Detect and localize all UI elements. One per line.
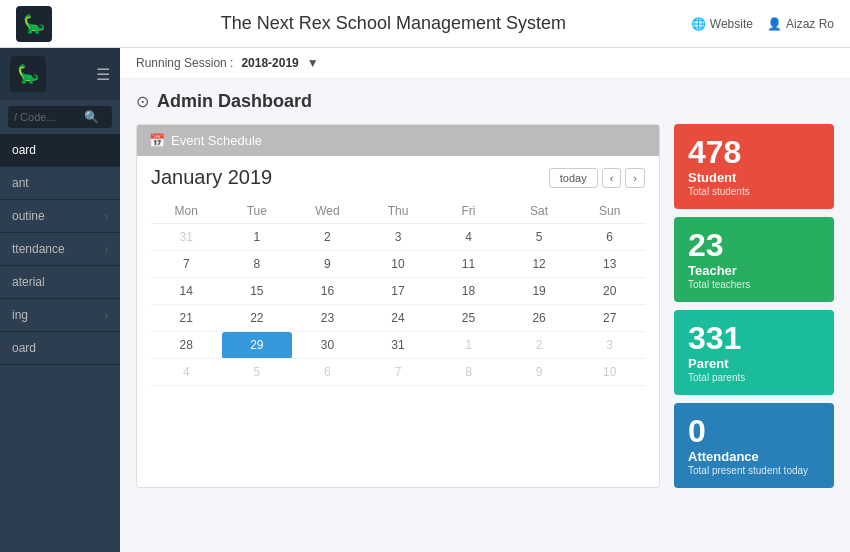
sidebar-search-input[interactable] [14, 111, 84, 123]
stat-card-number: 478 [688, 136, 820, 168]
calendar-day-cell[interactable]: 5 [504, 224, 575, 251]
sidebar-item-ing[interactable]: ing › [0, 299, 120, 332]
calendar-day-cell[interactable]: 22 [222, 305, 293, 332]
calendar-day-cell[interactable]: 28 [151, 332, 222, 359]
content-inner: ⊙ Admin Dashboard 📅 Event Schedule Janua… [120, 79, 850, 552]
calendar-day-cell[interactable]: 6 [292, 359, 363, 386]
calendar-day-cell[interactable]: 25 [433, 305, 504, 332]
sidebar-item-board[interactable]: oard [0, 332, 120, 365]
calendar-day-cell[interactable]: 20 [574, 278, 645, 305]
stat-card-teacher: 23TeacherTotal teachers [674, 217, 834, 302]
calendar-day-cell[interactable]: 6 [574, 224, 645, 251]
user-name: Aizaz Ro [786, 17, 834, 31]
sidebar-item-routine[interactable]: outine › [0, 200, 120, 233]
search-icon: 🔍 [84, 110, 99, 124]
calendar-day-cell[interactable]: 5 [222, 359, 293, 386]
chevron-right-icon: › [105, 211, 108, 222]
calendar-day-cell[interactable]: 13 [574, 251, 645, 278]
calendar-day-cell[interactable]: 10 [363, 251, 434, 278]
stat-card-number: 331 [688, 322, 820, 354]
calendar-day-cell[interactable]: 12 [504, 251, 575, 278]
calendar-day-cell[interactable]: 26 [504, 305, 575, 332]
calendar-day-cell[interactable]: 2 [292, 224, 363, 251]
calendar-header-label: Event Schedule [171, 133, 262, 148]
calendar-icon: 📅 [149, 133, 165, 148]
user-menu[interactable]: 👤 Aizaz Ro [767, 17, 834, 31]
calendar-day-cell[interactable]: 31 [363, 332, 434, 359]
calendar-weekday: Sun [574, 199, 645, 224]
calendar-table: MonTueWedThuFriSatSun 311234567891011121… [151, 199, 645, 386]
calendar-prev-button[interactable]: ‹ [602, 168, 622, 188]
calendar-day-cell[interactable]: 27 [574, 305, 645, 332]
calendar-day-cell[interactable]: 10 [574, 359, 645, 386]
sidebar-search-box[interactable]: 🔍 [8, 106, 112, 128]
page-header: ⊙ Admin Dashboard [136, 91, 834, 112]
calendar-day-cell[interactable]: 19 [504, 278, 575, 305]
sidebar-item-material[interactable]: aterial [0, 266, 120, 299]
stat-card-label: Parent [688, 356, 820, 371]
main-layout: 🦕 ☰ 🔍 oard ant outine › ttendance › ater… [0, 48, 850, 552]
calendar-day-cell[interactable]: 30 [292, 332, 363, 359]
calendar-day-cell[interactable]: 21 [151, 305, 222, 332]
sidebar-item-1[interactable]: ant [0, 167, 120, 200]
calendar-day-cell[interactable]: 23 [292, 305, 363, 332]
calendar-nav-btns: today ‹ › [549, 168, 645, 188]
calendar-day-cell[interactable]: 4 [151, 359, 222, 386]
calendar-day-cell[interactable]: 9 [504, 359, 575, 386]
user-icon: 👤 [767, 17, 782, 31]
calendar-day-cell[interactable]: 1 [433, 332, 504, 359]
hamburger-button[interactable]: ☰ [96, 65, 110, 84]
calendar-day-cell[interactable]: 4 [433, 224, 504, 251]
stat-cards: 478StudentTotal students23TeacherTotal t… [674, 124, 834, 488]
sidebar-logo-row: 🦕 ☰ [0, 48, 120, 100]
calendar-day-cell[interactable]: 15 [222, 278, 293, 305]
calendar-day-cell[interactable]: 18 [433, 278, 504, 305]
calendar-day-cell[interactable]: 17 [363, 278, 434, 305]
sidebar-item-label: aterial [12, 275, 45, 289]
calendar-day-cell[interactable]: 7 [151, 251, 222, 278]
calendar-week-row: 45678910 [151, 359, 645, 386]
calendar-weekday: Fri [433, 199, 504, 224]
stat-card-number: 23 [688, 229, 820, 261]
calendar-day-cell[interactable]: 3 [363, 224, 434, 251]
stat-card-number: 0 [688, 415, 820, 447]
content-area: Running Session : 2018-2019 ▼ ⊙ Admin Da… [120, 48, 850, 552]
stat-card-label: Teacher [688, 263, 820, 278]
calendar-next-button[interactable]: › [625, 168, 645, 188]
calendar-day-cell[interactable]: 16 [292, 278, 363, 305]
app-title: The Next Rex School Management System [96, 13, 691, 34]
chevron-right-icon: › [105, 244, 108, 255]
calendar-day-cell[interactable]: 31 [151, 224, 222, 251]
logo: 🦕 [16, 6, 52, 42]
calendar-day-cell[interactable]: 9 [292, 251, 363, 278]
calendar-today-button[interactable]: today [549, 168, 598, 188]
sub-header: Running Session : 2018-2019 ▼ [120, 48, 850, 79]
calendar-day-cell[interactable]: 2 [504, 332, 575, 359]
calendar-day-cell[interactable]: 3 [574, 332, 645, 359]
sidebar-item-label: oard [12, 143, 36, 157]
calendar-day-cell[interactable]: 7 [363, 359, 434, 386]
calendar-day-cell[interactable]: 14 [151, 278, 222, 305]
calendar-day-cell[interactable]: 8 [222, 251, 293, 278]
calendar-day-cell[interactable]: 1 [222, 224, 293, 251]
sidebar-item-dashboard[interactable]: oard [0, 134, 120, 167]
calendar-day-cell[interactable]: 24 [363, 305, 434, 332]
sidebar-item-attendance[interactable]: ttendance › [0, 233, 120, 266]
dashboard-body: 📅 Event Schedule January 2019 today ‹ › [136, 124, 834, 488]
globe-icon: 🌐 [691, 17, 706, 31]
dropdown-arrow-icon[interactable]: ▼ [307, 56, 319, 70]
calendar-nav: January 2019 today ‹ › [151, 166, 645, 189]
calendar-day-cell[interactable]: 8 [433, 359, 504, 386]
calendar-day-cell[interactable]: 29 [222, 332, 293, 359]
calendar-day-cell[interactable]: 11 [433, 251, 504, 278]
page-header-icon: ⊙ [136, 92, 149, 111]
calendar-header: 📅 Event Schedule [137, 125, 659, 156]
calendar-body: January 2019 today ‹ › MonTueWedThuFriSa… [137, 156, 659, 396]
calendar-widget: 📅 Event Schedule January 2019 today ‹ › [136, 124, 660, 488]
stat-card-attendance: 0AttendanceTotal present student today [674, 403, 834, 488]
calendar-week-row: 21222324252627 [151, 305, 645, 332]
sidebar-item-label: ant [12, 176, 29, 190]
website-link[interactable]: 🌐 Website [691, 17, 753, 31]
chevron-right-icon: › [105, 310, 108, 321]
calendar-grid-body: 3112345678910111213141516171819202122232… [151, 224, 645, 386]
